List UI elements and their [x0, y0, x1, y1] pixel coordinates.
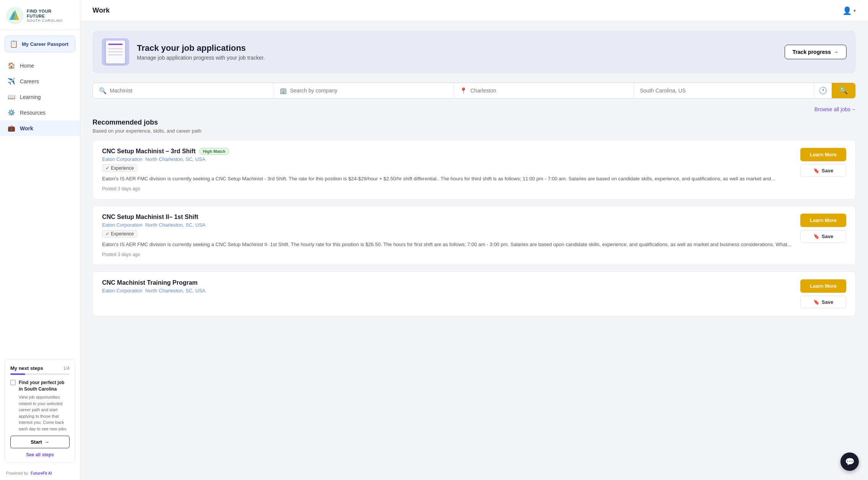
- start-arrow-icon: →: [44, 439, 49, 445]
- banner-desc: Manage job application progress with you…: [137, 55, 777, 61]
- sidebar-item-resources-label: Resources: [20, 110, 46, 116]
- sidebar-logo: FIND YOUR FUTURE SOUTH CAROLINA: [0, 0, 80, 30]
- learn-more-button[interactable]: Learn More: [800, 148, 846, 161]
- job-search-bar: 🔍 🏢 📍 🕐 🔍: [93, 83, 856, 99]
- job-description: Eaton's IS AER FMC division is currently…: [102, 241, 794, 249]
- steps-title: My next steps: [10, 365, 43, 371]
- page-title: Work: [93, 6, 110, 15]
- start-label: Start: [31, 439, 42, 445]
- recommended-section: Recommended jobs Based on your experienc…: [93, 118, 856, 316]
- location-icon: 📍: [460, 87, 467, 94]
- banner-title: Track your job applications: [137, 43, 777, 53]
- company-icon: 🏢: [280, 87, 287, 94]
- company-input[interactable]: [290, 83, 447, 98]
- my-career-passport-button[interactable]: 📋 My Career Passport: [5, 36, 75, 52]
- learn-more-button[interactable]: Learn More: [800, 214, 846, 227]
- main-content: Track your job applications Manage job a…: [80, 21, 868, 480]
- job-actions: Learn More 🔖 Save: [800, 214, 846, 243]
- learn-more-button[interactable]: Learn More: [800, 279, 846, 293]
- step-checkbox[interactable]: [10, 380, 16, 385]
- passport-label: My Career Passport: [22, 41, 68, 47]
- powered-by: Powered by FutureFit AI: [0, 466, 80, 480]
- save-button[interactable]: 🔖 Save: [800, 296, 846, 308]
- start-button[interactable]: Start →: [10, 436, 70, 448]
- track-progress-button[interactable]: Track progress →: [785, 45, 847, 59]
- job-card: CNC Setup Machinist II– 1st Shift Eaton …: [93, 206, 856, 265]
- bookmark-icon: 🔖: [813, 234, 819, 239]
- sidebar-item-home[interactable]: 🏠 Home: [0, 58, 80, 73]
- passport-icon: 📋: [10, 40, 18, 48]
- resources-icon: ⚙️: [8, 109, 15, 116]
- check-icon: ✓: [106, 231, 109, 237]
- search-submit-button[interactable]: 🔍: [832, 83, 855, 98]
- job-title: CNC Setup Machinist – 3rd Shift: [102, 148, 195, 155]
- step-item: Find your perfect job in South Carolina …: [10, 379, 70, 432]
- region-input[interactable]: [640, 83, 808, 98]
- browse-row: Browse all jobs→: [93, 106, 856, 112]
- save-label: Save: [822, 168, 833, 174]
- browse-all-jobs-link[interactable]: Browse all jobs→: [814, 106, 856, 112]
- user-chevron-icon: ▾: [853, 8, 856, 13]
- steps-count: 1/4: [63, 366, 70, 371]
- logo-sub: SOUTH CAROLINA: [27, 19, 63, 23]
- job-actions: Learn More 🔖 Save: [800, 148, 846, 177]
- user-menu[interactable]: 👤 ▾: [842, 6, 856, 15]
- banner-illustration: [102, 38, 129, 66]
- sidebar-item-learning[interactable]: 📖 Learning: [0, 89, 80, 105]
- search-icon: 🔍: [99, 87, 107, 94]
- sidebar-item-work-label: Work: [20, 125, 33, 131]
- history-icon: 🕐: [819, 86, 827, 95]
- track-btn-arrow-icon: →: [833, 49, 839, 55]
- job-location: North Charleston, SC, USA: [145, 288, 206, 294]
- job-card: CNC Machinist Training Program Eaton Cor…: [93, 271, 856, 316]
- job-posted: Posted 3 days ago: [102, 252, 794, 257]
- job-title-field: 🔍: [93, 83, 273, 98]
- sidebar-item-careers[interactable]: ✈️ Careers: [0, 73, 80, 89]
- job-location: North Charleston, SC, USA: [145, 222, 206, 228]
- job-tracker-banner: Track your job applications Manage job a…: [93, 31, 856, 73]
- job-location: North Charleston, SC, USA: [145, 156, 206, 162]
- section-desc: Based on your experience, skills, and ca…: [93, 128, 856, 134]
- job-actions: Learn More 🔖 Save: [800, 279, 846, 308]
- user-avatar-icon: 👤: [842, 6, 852, 15]
- learning-icon: 📖: [8, 93, 15, 101]
- sidebar-item-work[interactable]: 💼 Work: [0, 120, 80, 136]
- check-icon: ✓: [106, 165, 109, 171]
- sidebar-item-learning-label: Learning: [20, 94, 41, 100]
- save-button[interactable]: 🔖 Save: [800, 230, 846, 243]
- job-posted: Posted 3 days ago: [102, 186, 794, 191]
- sidebar-item-home-label: Home: [20, 63, 34, 69]
- job-info: CNC Setup Machinist II– 1st Shift Eaton …: [102, 214, 794, 257]
- sidebar: FIND YOUR FUTURE SOUTH CAROLINA 📋 My Car…: [0, 0, 80, 480]
- chat-bubble-button[interactable]: 💬: [840, 452, 859, 471]
- region-field: [634, 83, 814, 98]
- bookmark-icon: 🔖: [813, 299, 819, 305]
- sidebar-item-resources[interactable]: ⚙️ Resources: [0, 105, 80, 120]
- see-all-steps-link[interactable]: See all steps: [10, 452, 70, 457]
- job-company: Eaton Corporation North Charleston, SC, …: [102, 288, 794, 294]
- company-field: 🏢: [273, 83, 454, 98]
- work-icon: 💼: [8, 125, 15, 132]
- futurefit-brand: FutureFit AI: [31, 471, 52, 475]
- chat-icon: 💬: [845, 457, 855, 466]
- search-history-button[interactable]: 🕐: [814, 83, 832, 98]
- next-steps-panel: My next steps 1/4 Find your perfect job …: [5, 360, 75, 462]
- location-input[interactable]: [470, 83, 627, 98]
- job-description: Eaton's IS AER FMC division is currently…: [102, 175, 794, 183]
- save-label: Save: [822, 299, 833, 305]
- job-title-input[interactable]: [110, 83, 267, 98]
- job-experience-tag: ✓ Experience: [102, 164, 137, 172]
- save-label: Save: [822, 234, 833, 239]
- job-experience-tag: ✓ Experience: [102, 230, 137, 238]
- job-info: CNC Setup Machinist – 3rd Shift High Mat…: [102, 148, 794, 191]
- job-company: Eaton Corporation North Charleston, SC, …: [102, 156, 794, 162]
- steps-bar-fill: [10, 373, 25, 375]
- search-submit-icon: 🔍: [839, 86, 848, 95]
- job-info: CNC Machinist Training Program Eaton Cor…: [102, 279, 794, 296]
- logo-line2: FUTURE: [27, 14, 63, 19]
- save-button[interactable]: 🔖 Save: [800, 164, 846, 177]
- job-title: CNC Machinist Training Program: [102, 279, 198, 286]
- job-match-badge: High Match: [199, 148, 229, 155]
- section-title: Recommended jobs: [93, 118, 856, 126]
- job-company: Eaton Corporation North Charleston, SC, …: [102, 222, 794, 228]
